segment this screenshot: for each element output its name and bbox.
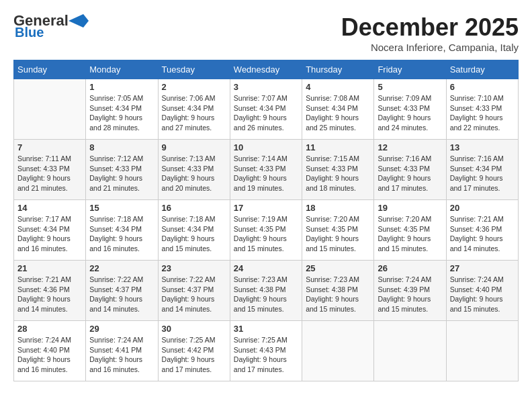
logo-blue: Blue: [15, 26, 44, 39]
calendar-cell: 3Sunrise: 7:07 AM Sunset: 4:34 PM Daylig…: [230, 79, 302, 140]
calendar-cell: 27Sunrise: 7:24 AM Sunset: 4:40 PM Dayli…: [446, 261, 518, 321]
calendar-cell: 16Sunrise: 7:18 AM Sunset: 4:34 PM Dayli…: [158, 200, 230, 261]
calendar-cell: 20Sunrise: 7:21 AM Sunset: 4:36 PM Dayli…: [446, 200, 518, 261]
day-number: 5: [378, 82, 442, 92]
calendar-cell: 7Sunrise: 7:11 AM Sunset: 4:33 PM Daylig…: [14, 140, 86, 200]
day-info: Sunrise: 7:17 AM Sunset: 4:34 PM Dayligh…: [17, 214, 82, 254]
calendar-week-row: 14Sunrise: 7:17 AM Sunset: 4:34 PM Dayli…: [14, 200, 519, 261]
calendar-week-row: 7Sunrise: 7:11 AM Sunset: 4:33 PM Daylig…: [14, 140, 519, 200]
month-title: December 2025: [341, 13, 519, 42]
calendar-cell: 4Sunrise: 7:08 AM Sunset: 4:34 PM Daylig…: [302, 79, 374, 140]
calendar-cell: 8Sunrise: 7:12 AM Sunset: 4:33 PM Daylig…: [86, 140, 158, 200]
day-info: Sunrise: 7:22 AM Sunset: 4:37 PM Dayligh…: [162, 275, 226, 314]
calendar-cell: 14Sunrise: 7:17 AM Sunset: 4:34 PM Dayli…: [14, 200, 86, 261]
day-info: Sunrise: 7:06 AM Sunset: 4:34 PM Dayligh…: [162, 93, 226, 133]
calendar-cell: [302, 321, 374, 381]
day-info: Sunrise: 7:25 AM Sunset: 4:42 PM Dayligh…: [162, 335, 226, 375]
day-info: Sunrise: 7:13 AM Sunset: 4:33 PM Dayligh…: [162, 154, 226, 193]
calendar-week-row: 28Sunrise: 7:24 AM Sunset: 4:40 PM Dayli…: [14, 321, 519, 381]
day-number: 20: [450, 203, 515, 213]
day-number: 12: [378, 142, 442, 152]
day-number: 18: [306, 203, 370, 213]
calendar-cell: 6Sunrise: 7:10 AM Sunset: 4:33 PM Daylig…: [446, 79, 518, 140]
location: Nocera Inferiore, Campania, Italy: [341, 42, 519, 53]
calendar-cell: 15Sunrise: 7:18 AM Sunset: 4:34 PM Dayli…: [86, 200, 158, 261]
weekday-header-saturday: Saturday: [446, 60, 518, 79]
day-info: Sunrise: 7:25 AM Sunset: 4:43 PM Dayligh…: [234, 335, 298, 375]
day-info: Sunrise: 7:21 AM Sunset: 4:36 PM Dayligh…: [17, 275, 82, 314]
calendar-cell: 13Sunrise: 7:16 AM Sunset: 4:34 PM Dayli…: [446, 140, 518, 200]
day-number: 30: [162, 324, 226, 334]
day-number: 4: [306, 82, 370, 92]
day-info: Sunrise: 7:18 AM Sunset: 4:34 PM Dayligh…: [162, 214, 226, 254]
calendar-cell: 24Sunrise: 7:23 AM Sunset: 4:38 PM Dayli…: [230, 261, 302, 321]
weekday-header-wednesday: Wednesday: [230, 60, 302, 79]
day-number: 23: [162, 263, 226, 273]
day-number: 3: [234, 82, 298, 92]
weekday-header-row: SundayMondayTuesdayWednesdayThursdayFrid…: [14, 60, 519, 79]
day-info: Sunrise: 7:11 AM Sunset: 4:33 PM Dayligh…: [17, 154, 82, 193]
day-info: Sunrise: 7:21 AM Sunset: 4:36 PM Dayligh…: [450, 214, 515, 254]
calendar-cell: 29Sunrise: 7:24 AM Sunset: 4:41 PM Dayli…: [86, 321, 158, 381]
day-number: 1: [89, 82, 154, 92]
calendar-week-row: 1Sunrise: 7:05 AM Sunset: 4:34 PM Daylig…: [14, 79, 519, 140]
calendar-cell: 5Sunrise: 7:09 AM Sunset: 4:33 PM Daylig…: [374, 79, 446, 140]
day-number: 28: [17, 324, 82, 334]
calendar-cell: 25Sunrise: 7:23 AM Sunset: 4:38 PM Dayli…: [302, 261, 374, 321]
day-info: Sunrise: 7:16 AM Sunset: 4:34 PM Dayligh…: [450, 154, 515, 193]
day-info: Sunrise: 7:20 AM Sunset: 4:35 PM Dayligh…: [378, 214, 442, 254]
day-number: 15: [89, 203, 154, 213]
day-info: Sunrise: 7:20 AM Sunset: 4:35 PM Dayligh…: [306, 214, 370, 254]
day-number: 11: [306, 142, 370, 152]
day-number: 21: [17, 263, 82, 273]
day-number: 10: [234, 142, 298, 152]
logo-arrow-icon: [69, 14, 89, 28]
calendar-cell: 11Sunrise: 7:15 AM Sunset: 4:33 PM Dayli…: [302, 140, 374, 200]
day-info: Sunrise: 7:09 AM Sunset: 4:33 PM Dayligh…: [378, 93, 442, 133]
calendar-cell: 31Sunrise: 7:25 AM Sunset: 4:43 PM Dayli…: [230, 321, 302, 381]
calendar-cell: [14, 79, 86, 140]
day-number: 26: [378, 263, 442, 273]
calendar-cell: 30Sunrise: 7:25 AM Sunset: 4:42 PM Dayli…: [158, 321, 230, 381]
svg-marker-0: [69, 14, 89, 28]
calendar-cell: 23Sunrise: 7:22 AM Sunset: 4:37 PM Dayli…: [158, 261, 230, 321]
day-info: Sunrise: 7:23 AM Sunset: 4:38 PM Dayligh…: [306, 275, 370, 314]
day-number: 6: [450, 82, 515, 92]
calendar-cell: 12Sunrise: 7:16 AM Sunset: 4:33 PM Dayli…: [374, 140, 446, 200]
calendar-cell: 28Sunrise: 7:24 AM Sunset: 4:40 PM Dayli…: [14, 321, 86, 381]
day-info: Sunrise: 7:16 AM Sunset: 4:33 PM Dayligh…: [378, 154, 442, 193]
page-header: General Blue December 2025 Nocera Inferi…: [13, 13, 519, 53]
calendar-week-row: 21Sunrise: 7:21 AM Sunset: 4:36 PM Dayli…: [14, 261, 519, 321]
day-number: 22: [89, 263, 154, 273]
day-info: Sunrise: 7:24 AM Sunset: 4:39 PM Dayligh…: [378, 275, 442, 314]
logo: General Blue: [13, 13, 89, 39]
day-info: Sunrise: 7:19 AM Sunset: 4:35 PM Dayligh…: [234, 214, 298, 254]
day-info: Sunrise: 7:22 AM Sunset: 4:37 PM Dayligh…: [89, 275, 154, 314]
day-number: 7: [17, 142, 82, 152]
day-info: Sunrise: 7:14 AM Sunset: 4:33 PM Dayligh…: [234, 154, 298, 193]
day-info: Sunrise: 7:24 AM Sunset: 4:41 PM Dayligh…: [89, 335, 154, 375]
day-info: Sunrise: 7:24 AM Sunset: 4:40 PM Dayligh…: [17, 335, 82, 375]
weekday-header-tuesday: Tuesday: [158, 60, 230, 79]
calendar-table: SundayMondayTuesdayWednesdayThursdayFrid…: [13, 60, 519, 381]
day-number: 8: [89, 142, 154, 152]
day-info: Sunrise: 7:18 AM Sunset: 4:34 PM Dayligh…: [89, 214, 154, 254]
weekday-header-sunday: Sunday: [14, 60, 86, 79]
calendar-cell: [374, 321, 446, 381]
calendar-cell: 19Sunrise: 7:20 AM Sunset: 4:35 PM Dayli…: [374, 200, 446, 261]
day-number: 24: [234, 263, 298, 273]
calendar-cell: 18Sunrise: 7:20 AM Sunset: 4:35 PM Dayli…: [302, 200, 374, 261]
weekday-header-monday: Monday: [86, 60, 158, 79]
day-info: Sunrise: 7:12 AM Sunset: 4:33 PM Dayligh…: [89, 154, 154, 193]
day-info: Sunrise: 7:05 AM Sunset: 4:34 PM Dayligh…: [89, 93, 154, 133]
calendar-cell: 17Sunrise: 7:19 AM Sunset: 4:35 PM Dayli…: [230, 200, 302, 261]
day-number: 16: [162, 203, 226, 213]
day-number: 2: [162, 82, 226, 92]
day-info: Sunrise: 7:23 AM Sunset: 4:38 PM Dayligh…: [234, 275, 298, 314]
day-number: 17: [234, 203, 298, 213]
weekday-header-friday: Friday: [374, 60, 446, 79]
day-info: Sunrise: 7:10 AM Sunset: 4:33 PM Dayligh…: [450, 93, 515, 133]
day-info: Sunrise: 7:07 AM Sunset: 4:34 PM Dayligh…: [234, 93, 298, 133]
day-info: Sunrise: 7:08 AM Sunset: 4:34 PM Dayligh…: [306, 93, 370, 133]
day-number: 19: [378, 203, 442, 213]
